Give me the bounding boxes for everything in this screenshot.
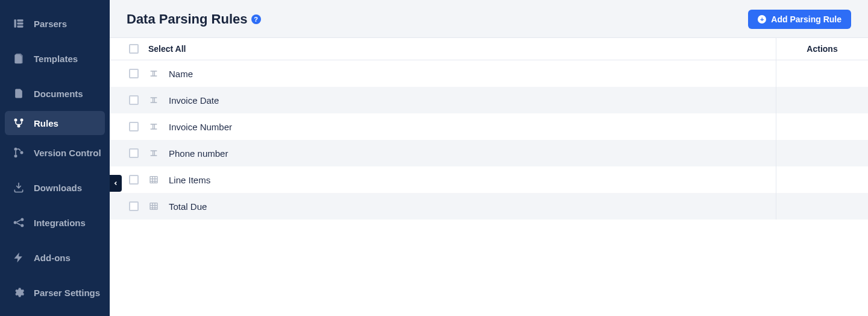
svg-point-8: [14, 154, 17, 157]
addons-icon: [12, 251, 25, 264]
text-field-icon[interactable]: [148, 121, 159, 132]
rule-name: Invoice Date: [169, 95, 219, 106]
rules-table: Select All Actions Name: [110, 38, 868, 316]
svg-rect-3: [17, 25, 24, 27]
row-actions: [776, 140, 868, 166]
sidebar-item-label: Documents: [34, 89, 83, 99]
plus-icon: +: [758, 15, 766, 24]
row-actions: [776, 113, 868, 140]
row-actions: [776, 166, 868, 193]
row-actions: [776, 193, 868, 220]
sidebar-item-integrations[interactable]: Integrations: [0, 205, 110, 240]
rule-name: Phone number: [169, 148, 228, 159]
page-header: Data Parsing Rules ? + Add Parsing Rule: [110, 0, 868, 38]
svg-rect-1: [17, 19, 24, 21]
sidebar-item-parsers[interactable]: Parsers: [0, 6, 110, 41]
sidebar-item-label: Version Control: [34, 148, 101, 158]
svg-rect-14: [150, 203, 157, 210]
table-field-icon[interactable]: [148, 201, 159, 212]
table-row[interactable]: Line Items: [110, 166, 868, 193]
main-content: Data Parsing Rules ? + Add Parsing Rule …: [110, 0, 868, 316]
sidebar-item-downloads[interactable]: Downloads: [0, 170, 110, 205]
table-row[interactable]: Invoice Number: [110, 113, 868, 140]
table-header-row: Select All Actions: [110, 38, 868, 60]
actions-column-header: Actions: [776, 38, 868, 60]
svg-rect-13: [150, 177, 157, 183]
svg-point-10: [14, 221, 17, 224]
svg-point-11: [20, 218, 24, 221]
templates-icon: [12, 52, 25, 65]
rules-icon: [12, 116, 25, 130]
select-all-checkbox[interactable]: [129, 44, 139, 54]
rule-name: Line Items: [169, 175, 210, 185]
row-checkbox[interactable]: [129, 69, 139, 78]
select-all-label: Select All: [148, 44, 186, 54]
sidebar-item-rules[interactable]: Rules: [5, 111, 105, 135]
version-control-icon: [12, 146, 25, 159]
rule-name: Invoice Number: [169, 122, 232, 132]
table-row[interactable]: Invoice Date: [110, 87, 868, 113]
page-title-text: Data Parsing Rules: [127, 11, 248, 27]
table-field-icon[interactable]: [148, 174, 159, 185]
row-checkbox[interactable]: [129, 175, 139, 185]
sidebar-item-label: Integrations: [34, 218, 86, 228]
page-title: Data Parsing Rules ?: [127, 11, 261, 27]
svg-point-9: [20, 151, 24, 154]
sidebar-item-label: Downloads: [34, 183, 82, 193]
settings-icon: [12, 286, 25, 299]
row-checkbox[interactable]: [129, 201, 139, 211]
row-checkbox[interactable]: [129, 95, 139, 105]
sidebar-item-label: Parsers: [34, 19, 67, 29]
svg-point-12: [20, 224, 24, 227]
sidebar-item-label: Rules: [34, 118, 58, 128]
documents-icon: [12, 87, 25, 100]
sidebar-collapse-handle[interactable]: [110, 175, 122, 192]
text-field-icon[interactable]: [148, 148, 159, 159]
sidebar-item-addons[interactable]: Add-ons: [0, 240, 110, 275]
table-row[interactable]: Total Due: [110, 193, 868, 220]
sidebar-item-label: Add-ons: [34, 253, 71, 263]
svg-rect-2: [17, 22, 24, 24]
sidebar-item-label: Parser Settings: [34, 288, 100, 298]
help-icon[interactable]: ?: [251, 14, 261, 24]
sidebar-item-label: Templates: [34, 54, 78, 64]
row-actions: [776, 60, 868, 87]
sidebar-item-version-control[interactable]: Version Control: [0, 135, 110, 170]
add-parsing-rule-button[interactable]: + Add Parsing Rule: [748, 10, 851, 29]
table-row[interactable]: Phone number: [110, 140, 868, 166]
sidebar-item-parser-settings[interactable]: Parser Settings: [0, 275, 110, 310]
add-button-label: Add Parsing Rule: [771, 14, 841, 24]
downloads-icon: [12, 181, 25, 194]
text-field-icon[interactable]: [148, 68, 159, 79]
svg-point-5: [20, 119, 24, 122]
row-actions: [776, 87, 868, 113]
row-checkbox[interactable]: [129, 148, 139, 158]
sidebar-item-documents[interactable]: Documents: [0, 76, 110, 111]
table-row[interactable]: Name: [110, 60, 868, 87]
sidebar-item-templates[interactable]: Templates: [0, 41, 110, 76]
parsers-icon: [12, 17, 25, 30]
text-field-icon[interactable]: [148, 95, 159, 106]
chevron-left-icon: [113, 180, 119, 186]
row-checkbox[interactable]: [129, 122, 139, 131]
rule-name: Total Due: [169, 201, 207, 212]
rule-name: Name: [169, 69, 193, 79]
svg-point-7: [14, 148, 17, 151]
svg-rect-0: [14, 19, 16, 27]
sidebar: Parsers Templates Documents Rules Versio: [0, 0, 110, 316]
svg-point-4: [14, 119, 17, 122]
integrations-icon: [12, 216, 25, 229]
